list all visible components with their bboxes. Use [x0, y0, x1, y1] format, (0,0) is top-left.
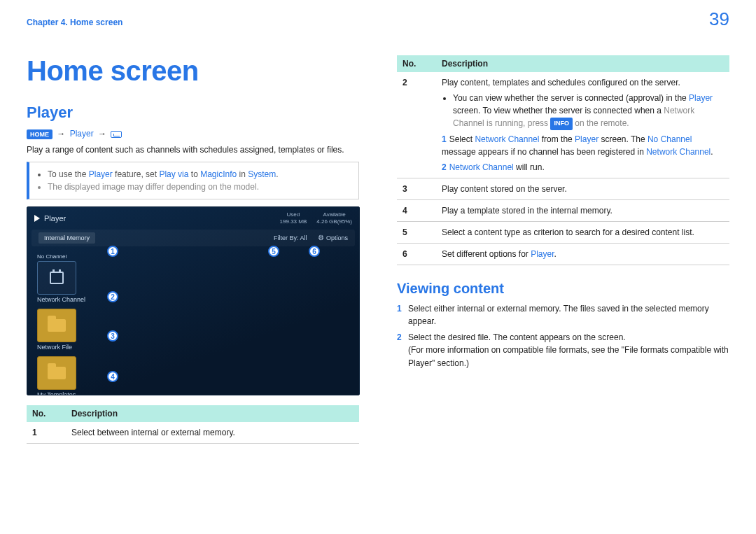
th-no: No. [27, 405, 66, 422]
shot-tab-internal[interactable]: Internal Memory [38, 232, 95, 244]
shot-tabs: Internal Memory Filter By: All ⚙ Options [31, 230, 355, 246]
home-badge: HOME [27, 129, 52, 139]
th-no: No. [397, 55, 436, 72]
calendar-icon [37, 261, 76, 295]
content-columns: Home screen Player HOME → Player → Play … [27, 55, 729, 444]
play-icon [34, 215, 40, 222]
shot-body: No Channel Network Channel Network File … [27, 246, 359, 396]
shot-options[interactable]: ⚙ Options [318, 234, 348, 241]
th-desc: Description [436, 55, 729, 72]
table-row: 6 Set different options for Player. [397, 243, 729, 265]
player-screenshot: Player Used199.33 MB Available4.26 GB(95… [27, 206, 360, 395]
folder-icon [37, 356, 76, 390]
page-header: Chapter 4. Home screen 39 [27, 8, 729, 30]
cell-desc-6: Set different options for Player. [436, 243, 729, 265]
note-line-2: The displayed image may differ depending… [48, 181, 351, 193]
section-viewing-content: Viewing content [397, 281, 729, 297]
shot-header: Player Used199.33 MB Available4.26 GB(95… [27, 207, 359, 229]
table-header: No. Description [27, 405, 359, 422]
table-row: 3 Play content stored on the server. [397, 178, 729, 199]
chapter-label: Chapter 4. Home screen [27, 17, 122, 27]
breadcrumb-item: Player [70, 129, 94, 139]
note-box: To use the Player feature, set Play via … [27, 162, 359, 200]
table-row: 4 Play a template stored in the internal… [397, 199, 729, 221]
manual-page: Chapter 4. Home screen 39 Home screen Pl… [0, 0, 756, 534]
shot-storage-stats: Used199.33 MB Available4.26 GB(95%) [280, 211, 352, 225]
shot-title: Player [34, 214, 66, 223]
note-line-1: To use the Player feature, set Play via … [48, 169, 351, 181]
cell-desc-2: Play content, templates and schedules co… [436, 72, 729, 178]
step-1: 1 Select either internal or external mem… [397, 302, 729, 328]
folder-icon [37, 309, 76, 342]
section-player: Player [27, 104, 359, 122]
shot-row-network-file[interactable]: Network File [37, 309, 349, 351]
table-row: 5 Select a content type as criterion to … [397, 221, 729, 243]
table-row: 1 Select between internal or external me… [27, 422, 359, 444]
shot-row-network-channel[interactable]: No Channel Network Channel [37, 253, 349, 303]
arrow-icon: → [57, 129, 65, 139]
enter-icon [111, 131, 122, 138]
breadcrumb: HOME → Player → [27, 129, 359, 139]
right-column: No. Description 2 Play content, template… [397, 55, 729, 444]
gear-icon: ⚙ [318, 234, 324, 241]
shot-row-my-templates[interactable]: My Templates [37, 356, 349, 396]
intro-text: Play a range of content such as channels… [27, 145, 359, 155]
shot-filter[interactable]: Filter By: All [274, 234, 307, 241]
arrow-icon: → [98, 129, 106, 139]
table-row: 2 Play content, templates and schedules … [397, 72, 729, 178]
page-number: 39 [709, 8, 729, 30]
right-table: No. Description 2 Play content, template… [397, 55, 729, 265]
info-badge: INFO [550, 118, 573, 130]
bullet: You can view whether the server is conne… [453, 92, 724, 130]
left-table: No. Description 1 Select between interna… [27, 405, 359, 444]
th-desc: Description [66, 405, 359, 422]
table-header: No. Description [397, 55, 729, 72]
left-column: Home screen Player HOME → Player → Play … [27, 55, 359, 444]
viewing-steps: 1 Select either internal or external mem… [397, 302, 729, 370]
page-title: Home screen [27, 55, 359, 87]
step-2: 2 Select the desired file. The content a… [397, 331, 729, 370]
step-2-body: Select the desired file. The content app… [408, 331, 729, 370]
